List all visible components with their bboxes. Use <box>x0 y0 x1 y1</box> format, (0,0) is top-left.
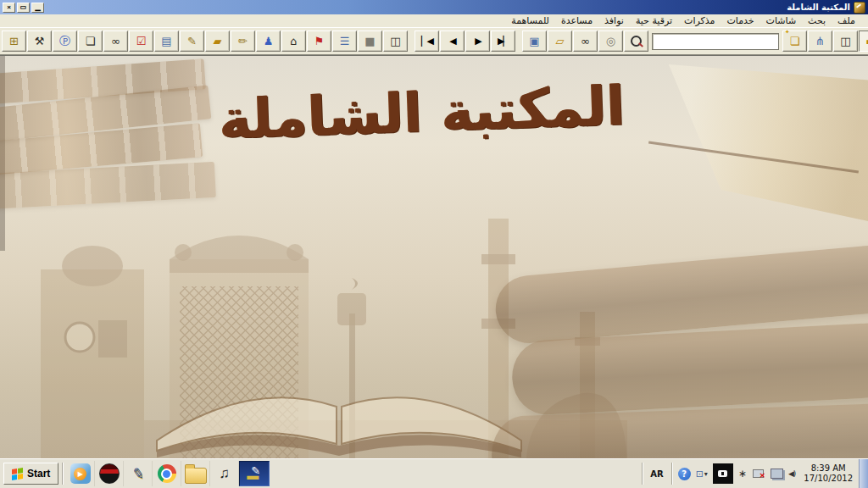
minimize-button[interactable]: ▁ <box>31 3 44 13</box>
blue-figure-icon: ♟ <box>264 36 274 47</box>
music-app-launcher[interactable]: ♫ <box>210 461 239 486</box>
network-error-tray-button[interactable]: × <box>749 468 768 480</box>
menu-windows[interactable]: نوافذ <box>598 15 630 26</box>
show-desktop-button[interactable] <box>859 459 868 488</box>
p-circle-icon: Ⓟ <box>59 36 70 47</box>
pencil-button[interactable]: ✏ <box>231 30 255 52</box>
network-error-icon: × <box>752 468 765 480</box>
start-button[interactable]: Start <box>3 463 58 485</box>
stop-square-button[interactable]: ■ <box>358 30 382 52</box>
binoculars-button[interactable]: ∞ <box>573 30 598 52</box>
menu-contribute[interactable]: للمساهمة <box>505 15 555 26</box>
tools-button[interactable]: ⚒ <box>27 30 52 52</box>
language-indicator[interactable]: AR <box>646 469 667 479</box>
clock[interactable]: 8:39 AM 17/10/2012 <box>798 463 859 485</box>
red-flag-button[interactable]: ⚑ <box>307 30 331 52</box>
shamela-task-button[interactable]: ▬✎ <box>239 461 270 486</box>
nav-first-icon: ▏◀ <box>421 36 432 46</box>
program-icon: ⊞ <box>9 36 19 47</box>
nav-last-button[interactable]: ▶▏ <box>491 30 515 52</box>
nav-prev-button[interactable]: ◀ <box>440 30 465 52</box>
chrome-launcher[interactable] <box>153 461 181 486</box>
p-circle-button[interactable]: Ⓟ <box>53 30 77 52</box>
menu-help[interactable]: مساعدة <box>555 15 598 26</box>
speaker-icon: ◀) <box>788 469 795 478</box>
calligraphy-title: المكتبة الشاملة <box>209 69 636 157</box>
close-button[interactable]: × <box>3 3 15 13</box>
white-book-button[interactable]: ◫ <box>833 30 858 52</box>
media-player-launcher[interactable]: ▶ <box>66 461 95 486</box>
open-pages-decoration <box>631 64 868 221</box>
globe-icon: ◎ <box>606 36 615 47</box>
taskbar: Start ▶ ✎ ♫ ▬✎ AR ? ⊡ ▾ ∗ × <box>0 458 868 488</box>
new-document-button[interactable]: ❏ <box>78 30 103 52</box>
pencil-icon: ✏ <box>238 36 248 47</box>
close-icon: × <box>7 3 11 11</box>
black-app-tray-button[interactable] <box>710 463 736 484</box>
folder-picture-icon: ▰ <box>214 36 222 47</box>
open-book-button[interactable]: ◫ <box>383 30 408 52</box>
open-book-icon: ◫ <box>390 36 400 47</box>
home-window-button[interactable]: ⌂ <box>281 30 306 52</box>
chevron-down-icon: ▾ <box>704 470 708 478</box>
org-tree-button[interactable]: ⋔ <box>808 30 832 52</box>
program-button[interactable]: ⊞ <box>2 30 26 52</box>
minimize-icon: ▁ <box>35 3 40 11</box>
start-label: Start <box>27 468 50 480</box>
media-player-icon: ▶ <box>70 463 91 484</box>
explorer-launcher[interactable] <box>181 461 210 486</box>
hidden-icons-icon: ∗ <box>738 468 747 480</box>
pen-app-launcher[interactable]: ✎ <box>124 461 153 486</box>
show-hidden-icons-button[interactable]: ∗ <box>736 468 749 480</box>
quick-search-input[interactable] <box>652 33 779 50</box>
binoculars-arrow-button[interactable]: ∞ <box>103 30 128 52</box>
clipboard-check-button[interactable]: ☑ <box>129 30 153 52</box>
nav-next-icon: ▶ <box>475 36 480 46</box>
app-icon <box>854 2 865 14</box>
restore-button[interactable]: ▭ <box>17 3 30 13</box>
desktop-toolbar-button[interactable]: ⊡ ▾ <box>693 469 710 480</box>
white-book-icon: ◫ <box>840 36 850 47</box>
volume-tray-button[interactable]: ◀) <box>786 469 798 478</box>
outline-list-button[interactable]: ☰ <box>332 30 357 52</box>
menu-screens[interactable]: شاشات <box>760 15 803 26</box>
copy-pages-button[interactable]: ▤ <box>154 30 179 52</box>
tools-icon: ⚒ <box>35 36 45 47</box>
menu-memos[interactable]: مذكرات <box>678 15 721 26</box>
open-folder-button[interactable]: ▱ <box>548 30 572 52</box>
nav-first-button[interactable]: ▏◀ <box>415 30 439 52</box>
toolbar: ⊞ ⚒ Ⓟ ❏ ∞ ☑ ▤ ✎ ▰ ✏ ♟ ⌂ ⚑ ☰ ■ ◫ ▏◀ ◀ ▶ ▶… <box>0 28 868 55</box>
red-flag-icon: ⚑ <box>314 36 325 47</box>
outline-list-icon: ☰ <box>340 36 350 47</box>
globe-button[interactable]: ◎ <box>598 30 623 52</box>
new-note-button[interactable]: ❏ <box>782 30 807 52</box>
small-window-icon: ⊡ <box>696 469 704 480</box>
red-black-app-launcher[interactable] <box>95 461 124 486</box>
menu-search[interactable]: بحث <box>802 15 832 26</box>
page-search-icon <box>631 36 642 47</box>
quick-launch: ▶ ✎ ♫ ▬✎ <box>66 461 270 486</box>
yellow-book-button[interactable]: ▬ <box>859 30 868 52</box>
main-background: المكتبة الشاملة <box>0 55 868 458</box>
folder-picture-button[interactable]: ▰ <box>205 30 230 52</box>
clock-date: 17/10/2012 <box>804 474 853 485</box>
menu-services[interactable]: خدمات <box>721 15 760 26</box>
menu-live-update[interactable]: ترقية حية <box>630 15 678 26</box>
display-tray-button[interactable] <box>768 469 786 479</box>
menu-file[interactable]: ملف <box>832 15 861 26</box>
pen-icon: ✎ <box>131 463 146 483</box>
shamela-app-icon: ▬✎ <box>245 465 264 482</box>
help-tray-button[interactable]: ? <box>676 468 693 480</box>
window-title: المكتبة الشاملة <box>787 3 850 12</box>
tray-separator <box>642 463 643 485</box>
nav-next-button[interactable]: ▶ <box>465 30 490 52</box>
org-tree-icon: ⋔ <box>815 36 825 47</box>
blue-figure-button[interactable]: ♟ <box>256 30 281 52</box>
title-group: المكتبة الشاملة <box>785 2 865 14</box>
open-book-decoration <box>148 363 530 458</box>
nav-prev-icon: ◀ <box>449 36 454 46</box>
cascade-window-button[interactable]: ▣ <box>522 30 547 52</box>
page-edit-button[interactable]: ✎ <box>180 30 204 52</box>
page-search-button[interactable] <box>624 30 648 52</box>
shamela-window: × ▭ ▁ المكتبة الشاملة ملف بحث شاشات خدما… <box>0 0 868 488</box>
